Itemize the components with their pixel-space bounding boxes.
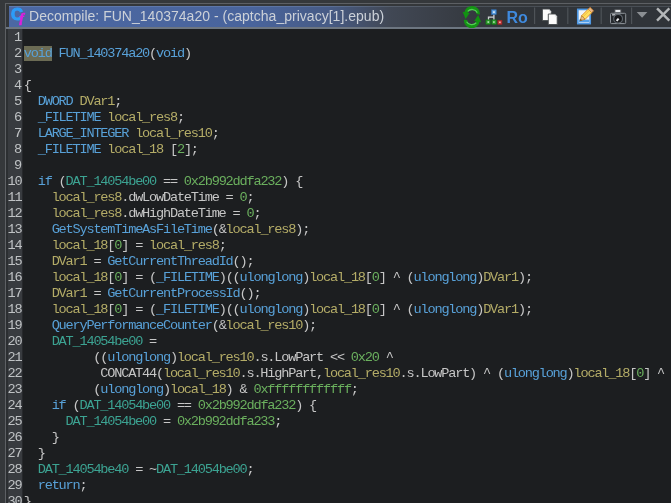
svg-text:Ro: Ro: [507, 9, 529, 26]
svg-text:f: f: [20, 10, 26, 25]
